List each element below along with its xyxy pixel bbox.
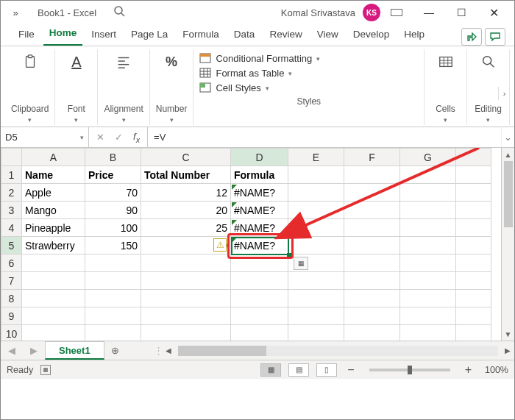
cell[interactable] (400, 272, 456, 290)
cell[interactable] (85, 290, 141, 307)
cell[interactable] (231, 325, 288, 341)
chevron-down-icon[interactable]: ▾ (486, 116, 490, 124)
zoom-in-button[interactable]: + (462, 363, 475, 377)
cell[interactable] (231, 290, 288, 307)
number-icon[interactable]: % (166, 52, 177, 71)
col-header-c[interactable]: C (141, 149, 231, 166)
cell[interactable] (456, 255, 491, 272)
close-button[interactable]: ✕ (477, 1, 510, 24)
chevron-down-icon[interactable]: ▾ (80, 134, 84, 141)
alignment-icon[interactable] (116, 52, 132, 71)
cell[interactable] (141, 325, 231, 341)
tab-data[interactable]: Data (228, 24, 261, 46)
cell[interactable] (400, 237, 456, 255)
worksheet-grid[interactable]: A B C D E F G 1 Name Price Total Number … (1, 148, 514, 341)
col-header-f[interactable]: F (344, 149, 400, 166)
cell[interactable]: #NAME? (231, 202, 288, 219)
scrollbar-thumb[interactable] (178, 346, 266, 356)
cell[interactable] (400, 255, 456, 272)
clipboard-icon[interactable] (22, 52, 38, 71)
cancel-formula-icon[interactable]: ✕ (96, 132, 104, 143)
tab-review[interactable]: Review (263, 24, 308, 46)
enter-formula-icon[interactable]: ✓ (115, 132, 123, 143)
cell[interactable] (22, 290, 85, 307)
share-button[interactable] (461, 28, 482, 46)
cell[interactable]: #NAME? (231, 237, 288, 255)
cell[interactable]: #NAME? (231, 184, 288, 202)
prev-sheet-icon[interactable]: ◀ (1, 341, 23, 360)
scroll-left-icon[interactable]: ◀ (162, 341, 175, 360)
cell[interactable] (344, 255, 400, 272)
cell[interactable] (344, 272, 400, 290)
tab-insert[interactable]: Insert (85, 24, 122, 46)
cell[interactable] (456, 290, 491, 307)
cell[interactable] (344, 202, 400, 219)
cell[interactable] (22, 325, 85, 341)
cell[interactable]: Pineapple (22, 219, 85, 237)
fill-handle[interactable] (287, 253, 291, 257)
cell[interactable] (85, 325, 141, 341)
cell[interactable] (456, 307, 491, 325)
row-header-7[interactable]: 7 (1, 272, 22, 290)
cell[interactable] (22, 272, 85, 290)
vertical-scrollbar[interactable]: ▲ ▼ (501, 148, 514, 341)
account-avatar[interactable]: KS (363, 4, 380, 21)
cell[interactable] (344, 219, 400, 237)
cell[interactable] (22, 307, 85, 325)
cell[interactable] (456, 219, 491, 237)
cell[interactable] (344, 325, 400, 341)
search-icon[interactable] (108, 5, 130, 20)
expand-formula-bar-icon[interactable]: ⌄ (501, 127, 514, 147)
insert-function-icon[interactable]: fx (133, 131, 140, 144)
cell[interactable]: 100 (85, 219, 141, 237)
cell[interactable] (344, 237, 400, 255)
cell[interactable] (456, 272, 491, 290)
col-header-e[interactable]: E (288, 149, 344, 166)
cell[interactable] (141, 272, 231, 290)
cell[interactable]: 20 (141, 202, 231, 219)
quickaccess-overflow-icon[interactable]: » (5, 7, 26, 18)
account-name[interactable]: Komal Srivastava (277, 7, 360, 18)
cell[interactable]: Mango (22, 202, 85, 219)
col-header-g[interactable]: G (400, 149, 456, 166)
cell[interactable] (288, 202, 344, 219)
scroll-up-icon[interactable]: ▲ (502, 148, 514, 161)
cell[interactable] (288, 307, 344, 325)
name-box[interactable]: D5 ▾ (1, 127, 89, 147)
cell[interactable] (141, 290, 231, 307)
scroll-down-icon[interactable]: ▼ (502, 327, 514, 341)
cell[interactable]: 150 (85, 237, 141, 255)
new-sheet-button[interactable]: ⊕ (104, 341, 127, 360)
view-normal-button[interactable]: ▦ (260, 363, 281, 377)
tab-split-handle[interactable]: ⋮ (156, 341, 162, 360)
chevron-down-icon[interactable]: ▾ (170, 116, 174, 124)
ribbon-display-options[interactable] (380, 1, 413, 24)
col-header-blank[interactable] (456, 149, 491, 166)
cell[interactable] (344, 290, 400, 307)
col-header-b[interactable]: B (85, 149, 141, 166)
cell[interactable] (85, 255, 141, 272)
cell[interactable]: 12 (141, 184, 231, 202)
col-header-d[interactable]: D (231, 149, 288, 166)
tab-formulas[interactable]: Formula (177, 24, 225, 46)
row-header-4[interactable]: 4 (1, 219, 22, 237)
zoom-slider-thumb[interactable] (408, 366, 412, 374)
horizontal-scrollbar[interactable] (178, 346, 498, 356)
cell[interactable] (400, 219, 456, 237)
cell[interactable]: 25 (141, 219, 231, 237)
cell[interactable]: Formula (231, 166, 288, 184)
view-page-break-button[interactable]: ▯ (316, 363, 337, 377)
zoom-level[interactable]: 100% (485, 365, 508, 375)
row-header-3[interactable]: 3 (1, 202, 22, 219)
zoom-slider[interactable] (369, 369, 450, 371)
row-header-8[interactable]: 8 (1, 290, 22, 307)
cell[interactable] (456, 184, 491, 202)
scroll-right-icon[interactable]: ▶ (501, 341, 514, 360)
cell[interactable] (456, 166, 491, 184)
row-header-6[interactable]: 6 (1, 255, 22, 272)
cell[interactable] (231, 255, 288, 272)
cell[interactable] (288, 219, 344, 237)
cell[interactable] (288, 237, 344, 255)
row-header-2[interactable]: 2 (1, 184, 22, 202)
conditional-formatting-button[interactable]: Conditional Formatting▾ (199, 52, 418, 64)
